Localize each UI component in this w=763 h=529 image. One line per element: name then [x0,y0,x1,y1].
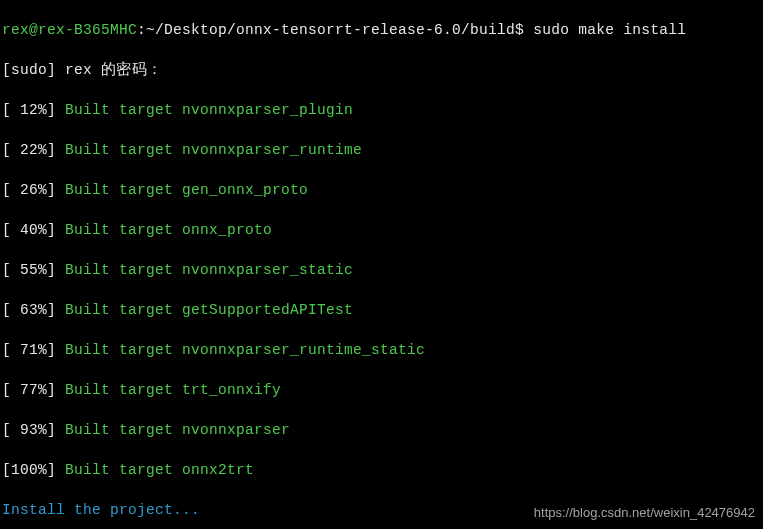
build-line: [ 22%] Built target nvonnxparser_runtime [2,140,761,160]
prompt-sep2: $ [515,22,524,38]
prompt-command: sudo make install [533,22,686,38]
build-line: [ 63%] Built target getSupportedAPITest [2,300,761,320]
build-line: [ 55%] Built target nvonnxparser_static [2,260,761,280]
build-msg: Built target nvonnxparser_runtime [65,142,362,158]
build-pct: [ 77%] [2,382,56,398]
build-pct: [ 71%] [2,342,56,358]
build-pct: [ 40%] [2,222,56,238]
build-line: [ 93%] Built target nvonnxparser [2,420,761,440]
prompt-line: rex@rex-B365MHC:~/Desktop/onnx-tensorrt-… [2,20,761,40]
build-pct: [100%] [2,462,56,478]
build-line: [ 40%] Built target onnx_proto [2,220,761,240]
terminal-output[interactable]: rex@rex-B365MHC:~/Desktop/onnx-tensorrt-… [0,0,763,529]
build-msg: Built target onnx2trt [65,462,254,478]
build-pct: [ 22%] [2,142,56,158]
build-pct: [ 12%] [2,102,56,118]
build-msg: Built target gen_onnx_proto [65,182,308,198]
build-msg: Built target getSupportedAPITest [65,302,353,318]
build-pct: [ 93%] [2,422,56,438]
build-msg: Built target nvonnxparser_plugin [65,102,353,118]
sudo-password-line: [sudo] rex 的密码： [2,60,761,80]
prompt-cwd: ~/Desktop/onnx-tensorrt-release-6.0/buil… [146,22,515,38]
build-line: [ 77%] Built target trt_onnxify [2,380,761,400]
build-msg: Built target nvonnxparser_static [65,262,353,278]
build-line: [ 12%] Built target nvonnxparser_plugin [2,100,761,120]
prompt-sep1: : [137,22,146,38]
build-line: [ 26%] Built target gen_onnx_proto [2,180,761,200]
build-pct: [ 63%] [2,302,56,318]
prompt-user-host: rex@rex-B365MHC [2,22,137,38]
build-msg: Built target onnx_proto [65,222,272,238]
build-msg: Built target nvonnxparser_runtime_static [65,342,425,358]
build-line: [ 71%] Built target nvonnxparser_runtime… [2,340,761,360]
build-msg: Built target nvonnxparser [65,422,290,438]
watermark: https://blog.csdn.net/weixin_42476942 [534,503,755,523]
build-line: [100%] Built target onnx2trt [2,460,761,480]
build-pct: [ 55%] [2,262,56,278]
build-msg: Built target trt_onnxify [65,382,281,398]
build-pct: [ 26%] [2,182,56,198]
